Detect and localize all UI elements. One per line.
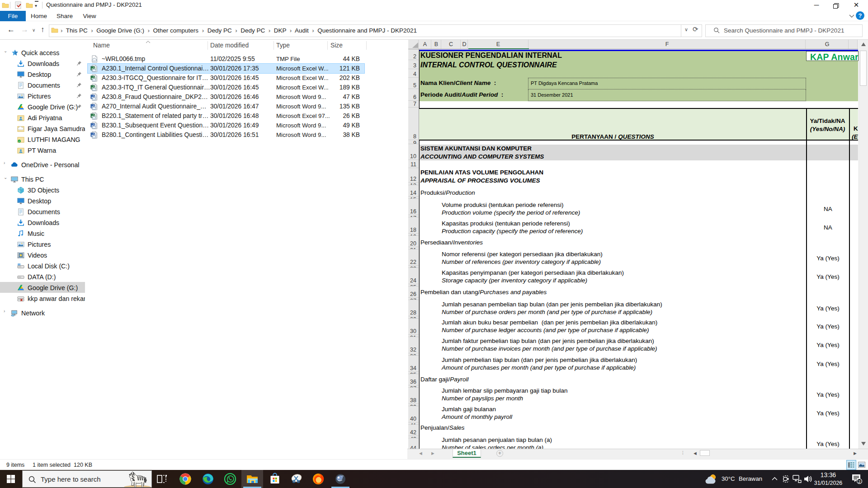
- svg-text:2: 2: [858, 479, 860, 484]
